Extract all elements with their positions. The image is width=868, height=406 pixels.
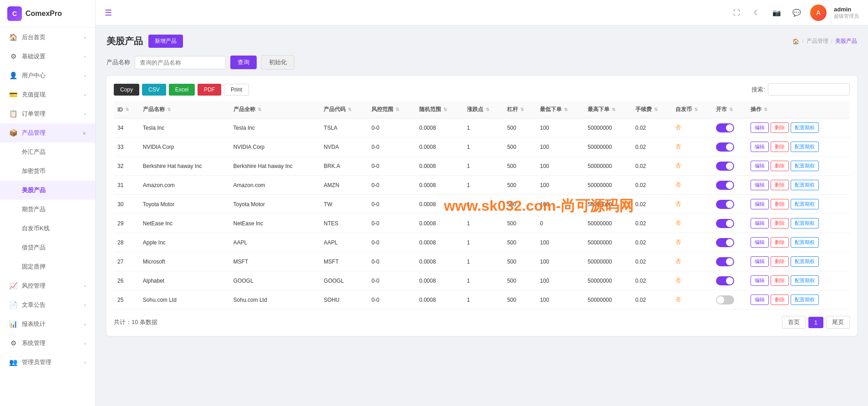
- reset-button[interactable]: 初始化: [261, 55, 294, 70]
- open-toggle-1[interactable]: [716, 142, 734, 152]
- sidebar-item-pledge[interactable]: 固定质押: [0, 257, 95, 276]
- sidebar-item-articles[interactable]: 📄 文章公告 ‹: [0, 295, 95, 315]
- notification-icon[interactable]: 💬: [790, 6, 803, 19]
- cell-1-9: 50000000: [584, 137, 632, 157]
- config-button-0[interactable]: 配置期权: [791, 122, 819, 133]
- copy-button[interactable]: Copy: [114, 84, 139, 96]
- cell-9-6: 1: [463, 290, 503, 310]
- edit-button-3[interactable]: 编辑: [751, 180, 769, 190]
- config-button-2[interactable]: 配置期权: [791, 161, 819, 171]
- open-toggle-6[interactable]: [716, 238, 734, 247]
- query-button[interactable]: 查询: [230, 56, 257, 69]
- nav-icon-orders: 📋: [9, 110, 17, 118]
- open-toggle-2[interactable]: [716, 162, 734, 171]
- breadcrumb-home-icon[interactable]: 🏠: [792, 38, 799, 45]
- delete-button-1[interactable]: 删除: [771, 142, 789, 152]
- config-button-5[interactable]: 配置期权: [791, 218, 819, 228]
- open-toggle-0[interactable]: [716, 123, 734, 132]
- sidebar-item-recharge[interactable]: 💳 充值提现 ‹: [0, 85, 95, 104]
- delete-button-5[interactable]: 删除: [771, 218, 789, 228]
- edit-button-5[interactable]: 编辑: [751, 218, 769, 228]
- print-button[interactable]: Print: [224, 84, 249, 96]
- open-toggle-4[interactable]: [716, 200, 734, 209]
- edit-button-7[interactable]: 编辑: [751, 256, 769, 267]
- config-button-7[interactable]: 配置期权: [791, 256, 819, 267]
- config-button-9[interactable]: 配置期权: [791, 294, 819, 305]
- excel-button[interactable]: Excel: [169, 84, 195, 96]
- col-header-12[interactable]: 开市⇅: [712, 101, 747, 118]
- col-header-10[interactable]: 手续费⇅: [632, 101, 672, 118]
- delete-button-9[interactable]: 删除: [771, 294, 789, 305]
- pdf-button[interactable]: PDF: [198, 84, 221, 96]
- delete-button-2[interactable]: 删除: [771, 161, 789, 171]
- delete-button-0[interactable]: 删除: [771, 122, 789, 133]
- sidebar-item-admins[interactable]: 👥 管理员管理 ‹: [0, 353, 95, 372]
- camera-icon[interactable]: 📷: [770, 6, 783, 19]
- edit-button-2[interactable]: 编辑: [751, 161, 769, 171]
- edit-button-8[interactable]: 编辑: [751, 275, 769, 286]
- sidebar-item-users[interactable]: 👤 用户中心 ‹: [0, 66, 95, 85]
- sidebar-item-products[interactable]: 📦 产品管理 ∨: [0, 123, 95, 142]
- delete-button-4[interactable]: 删除: [771, 199, 789, 209]
- config-button-3[interactable]: 配置期权: [791, 180, 819, 190]
- sidebar-item-loans[interactable]: 借贷产品: [0, 238, 95, 257]
- delete-button-6[interactable]: 删除: [771, 237, 789, 248]
- sidebar-item-us-stocks[interactable]: 美股产品: [0, 181, 95, 200]
- col-header-7[interactable]: 杠杆⇅: [503, 101, 536, 118]
- sidebar-item-risk[interactable]: 📈 风控管理 ‹: [0, 276, 95, 295]
- sidebar-item-forex[interactable]: 外汇产品: [0, 142, 95, 162]
- col-header-9[interactable]: 最高下单⇅: [584, 101, 632, 118]
- col-header-2[interactable]: 产品全称⇅: [230, 101, 320, 118]
- cell-7-2: MSFT: [230, 252, 320, 271]
- delete-button-3[interactable]: 删除: [771, 180, 789, 190]
- search-input[interactable]: [768, 83, 850, 96]
- edit-button-1[interactable]: 编辑: [751, 142, 769, 152]
- sidebar-item-futures[interactable]: 期货产品: [0, 200, 95, 219]
- col-header-11[interactable]: 自发币⇅: [672, 101, 712, 118]
- open-toggle-8[interactable]: [716, 276, 734, 285]
- col-header-4[interactable]: 风控范围⇅: [368, 101, 416, 118]
- col-header-6[interactable]: 涨跌点⇅: [463, 101, 503, 118]
- cell-5-3: NTES: [320, 214, 368, 233]
- csv-button[interactable]: CSV: [142, 84, 166, 96]
- col-header-3[interactable]: 产品代码⇅: [320, 101, 368, 118]
- edit-button-0[interactable]: 编辑: [751, 122, 769, 133]
- add-product-button[interactable]: 新增产品: [148, 35, 183, 48]
- open-toggle-9[interactable]: [716, 295, 734, 304]
- open-toggle-7[interactable]: [716, 257, 734, 266]
- hamburger-icon[interactable]: ☰: [105, 8, 112, 18]
- first-page-button[interactable]: 首页: [782, 316, 806, 329]
- delete-button-8[interactable]: 删除: [771, 275, 789, 286]
- delete-button-7[interactable]: 删除: [771, 256, 789, 267]
- cell-9-9: 50000000: [584, 290, 632, 310]
- col-header-1[interactable]: 产品名称⇅: [139, 101, 230, 118]
- nav-label-risk: 风控管理: [22, 282, 80, 290]
- filter-input[interactable]: [135, 56, 226, 69]
- config-button-1[interactable]: 配置期权: [791, 142, 819, 152]
- col-header-0[interactable]: ID⇅: [114, 101, 139, 118]
- open-toggle-3[interactable]: [716, 181, 734, 190]
- breadcrumb-product-mgmt[interactable]: 产品管理: [807, 37, 828, 45]
- edit-button-9[interactable]: 编辑: [751, 294, 769, 305]
- col-header-8[interactable]: 最低下单⇅: [536, 101, 584, 118]
- sidebar-item-reports[interactable]: 📊 报表统计 ‹: [0, 315, 95, 334]
- cell-2-11: 否: [672, 157, 712, 176]
- theme-icon[interactable]: ☾: [750, 6, 763, 19]
- sidebar-item-system[interactable]: ⚙ 系统管理 ‹: [0, 334, 95, 353]
- fullscreen-icon[interactable]: ⛶: [730, 6, 743, 19]
- sidebar-item-crypto[interactable]: 加密货币: [0, 162, 95, 181]
- sidebar-item-dashboard[interactable]: 🏠 后台首页 ‹: [0, 28, 95, 47]
- col-header-13[interactable]: 操作⇅: [747, 101, 850, 118]
- last-page-button[interactable]: 尾页: [826, 316, 850, 329]
- config-button-4[interactable]: 配置期权: [791, 199, 819, 209]
- page-1-button[interactable]: 1: [808, 317, 823, 328]
- col-header-5[interactable]: 随机范围⇅: [416, 101, 463, 118]
- sidebar-item-settings[interactable]: ⚙ 基础设置 ‹: [0, 47, 95, 66]
- config-button-6[interactable]: 配置期权: [791, 237, 819, 248]
- edit-button-4[interactable]: 编辑: [751, 199, 769, 209]
- sidebar-item-orders[interactable]: 📋 订单管理 ‹: [0, 104, 95, 123]
- edit-button-6[interactable]: 编辑: [751, 237, 769, 248]
- config-button-8[interactable]: 配置期权: [791, 275, 819, 286]
- sidebar-item-kline[interactable]: 自发币K线: [0, 219, 95, 238]
- open-toggle-5[interactable]: [716, 219, 734, 228]
